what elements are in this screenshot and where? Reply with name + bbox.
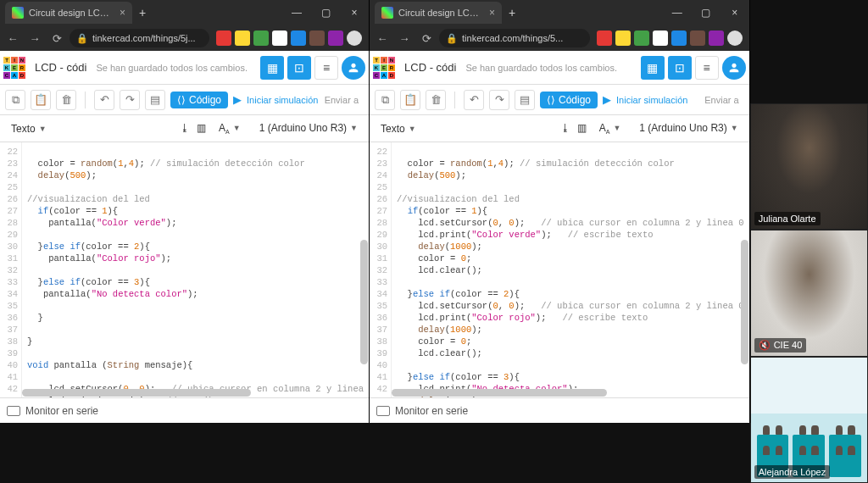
profile-avatar-icon[interactable] [727, 31, 743, 46]
extension-icon[interactable] [235, 31, 250, 46]
copy-icon[interactable]: ⧉ [375, 90, 395, 110]
browser-tab[interactable]: Circuit design LCD - código func× [5, 2, 132, 24]
line-number: 41 [371, 371, 387, 383]
send-to[interactable]: Enviar a [704, 95, 743, 105]
wiring-icon[interactable]: ⊡ [668, 56, 692, 80]
copy-icon[interactable]: ⧉ [5, 90, 25, 110]
window-close[interactable]: × [721, 7, 749, 19]
extension-icon[interactable] [653, 31, 668, 46]
notes-icon[interactable]: ▤ [515, 90, 535, 110]
participant-tile[interactable]: 🔇CIE 40 [750, 230, 868, 356]
play-icon[interactable]: ▶ [603, 93, 611, 106]
tab-close-icon[interactable]: × [489, 7, 495, 19]
extension-icon[interactable] [671, 31, 687, 46]
line-number: 28 [2, 217, 18, 229]
user-avatar[interactable] [722, 56, 746, 80]
horizontal-scrollbar[interactable] [22, 389, 359, 397]
chip-icon[interactable]: ▦ [260, 56, 284, 80]
send-to[interactable]: Enviar a [325, 95, 364, 105]
library-icon[interactable]: ▥ [577, 122, 587, 134]
tinkercad-logo[interactable]: TINKERCAD [3, 57, 25, 79]
participant-tile[interactable]: Alejandra López [750, 357, 868, 483]
paste-icon[interactable]: 📋 [31, 90, 51, 110]
extension-icon[interactable] [291, 31, 306, 46]
code-token: // escribe texto [562, 313, 648, 323]
extension-icon[interactable] [253, 31, 269, 46]
vertical-scrollbar[interactable] [741, 146, 748, 394]
code-button[interactable]: ⟨⟩Código [170, 92, 228, 108]
list-icon[interactable]: ≡ [314, 56, 338, 80]
redo-icon[interactable]: ↷ [120, 90, 140, 110]
nav-back[interactable]: ← [373, 29, 392, 47]
window-maximize[interactable]: ▢ [311, 7, 340, 19]
nav-reload[interactable]: ⟳ [417, 29, 436, 47]
nav-forward[interactable]: → [25, 29, 44, 47]
paste-icon[interactable]: 📋 [400, 90, 420, 110]
nav-reload[interactable]: ⟳ [47, 29, 66, 47]
horizontal-scrollbar[interactable] [392, 389, 739, 397]
extension-icon[interactable] [597, 31, 612, 46]
tinkercad-logo[interactable]: TINKERCAD [373, 57, 395, 79]
line-number: 39 [2, 347, 18, 359]
wiring-icon[interactable]: ⊡ [287, 56, 311, 80]
notes-icon[interactable]: ▤ [145, 90, 165, 110]
logo-cell: D [19, 72, 25, 79]
window-minimize[interactable]: — [282, 7, 311, 19]
start-simulation[interactable]: Iniciar simulación [247, 95, 318, 105]
participant-tile[interactable]: Juliana Olarte [750, 103, 868, 230]
start-simulation[interactable]: Iniciar simulación [616, 95, 687, 105]
play-icon[interactable]: ▶ [233, 93, 242, 106]
extension-icon[interactable] [709, 31, 724, 46]
window-close[interactable]: × [340, 7, 369, 19]
extension-icon[interactable] [328, 31, 343, 46]
delete-icon[interactable]: 🗑 [56, 90, 76, 110]
extension-icon[interactable] [634, 31, 649, 46]
document-title[interactable]: LCD - códi [400, 58, 460, 76]
scrollbar-thumb[interactable] [392, 389, 607, 397]
download-icon[interactable]: ⭳ [560, 122, 570, 134]
vertical-scrollbar[interactable] [360, 146, 368, 394]
board-dropdown[interactable]: 1 (Arduino Uno R3)▼ [633, 119, 743, 136]
nav-back[interactable]: ← [3, 29, 22, 47]
extension-icon[interactable] [615, 31, 631, 46]
tab-close-icon[interactable]: × [120, 7, 125, 19]
window-minimize[interactable]: — [663, 7, 692, 19]
extension-icon[interactable] [272, 31, 287, 46]
board-dropdown[interactable]: 1 (Arduino Uno R3)▼ [253, 119, 364, 136]
chip-icon[interactable]: ▦ [641, 56, 665, 80]
code-mode-dropdown[interactable]: Texto▼ [5, 120, 53, 137]
scrollbar-thumb[interactable] [741, 240, 748, 364]
scrollbar-thumb[interactable] [360, 240, 368, 364]
undo-icon[interactable]: ↶ [94, 90, 114, 110]
nav-forward[interactable]: → [395, 29, 414, 47]
profile-avatar-icon[interactable] [347, 31, 362, 46]
code-content[interactable]: color = random(1,4); // simulación detec… [22, 142, 369, 397]
download-icon[interactable]: ⭳ [180, 122, 190, 134]
serial-monitor-bar[interactable]: Monitor en serie [0, 397, 369, 423]
scrollbar-thumb[interactable] [22, 389, 251, 397]
serial-monitor-bar[interactable]: Monitor en serie [370, 397, 749, 423]
user-avatar[interactable] [342, 56, 365, 80]
code-button[interactable]: ⟨⟩Código [540, 92, 598, 108]
undo-icon[interactable]: ↶ [464, 90, 484, 110]
document-title[interactable]: LCD - códi [31, 58, 91, 76]
window-maximize[interactable]: ▢ [692, 7, 721, 19]
redo-icon[interactable]: ↷ [489, 90, 509, 110]
library-icon[interactable]: ▥ [197, 122, 206, 134]
delete-icon[interactable]: 🗑 [426, 90, 446, 110]
url-input[interactable]: 🔒tinkercad.com/things/5... [439, 29, 590, 47]
code-mode-dropdown[interactable]: Texto▼ [375, 120, 422, 137]
extension-icon[interactable] [216, 31, 231, 46]
new-tab-button[interactable]: + [139, 6, 146, 19]
code-editor[interactable]: 2223242526272829303132333435363738394041… [0, 142, 369, 397]
font-size-dropdown[interactable]: AA▼ [213, 119, 247, 137]
list-icon[interactable]: ≡ [695, 56, 719, 80]
browser-tab[interactable]: Circuit design LCD - código no fu× [375, 2, 502, 24]
code-content[interactable]: color = random(1,4); // simulación detec… [392, 142, 749, 397]
font-size-dropdown[interactable]: AA▼ [593, 119, 627, 137]
url-input[interactable]: 🔒tinkercad.com/things/5j... [70, 29, 209, 47]
extension-icon[interactable] [690, 31, 705, 46]
extension-icon[interactable] [309, 31, 325, 46]
code-editor[interactable]: 2223242526272829303132333435363738394041… [370, 142, 749, 397]
new-tab-button[interactable]: + [509, 6, 515, 19]
